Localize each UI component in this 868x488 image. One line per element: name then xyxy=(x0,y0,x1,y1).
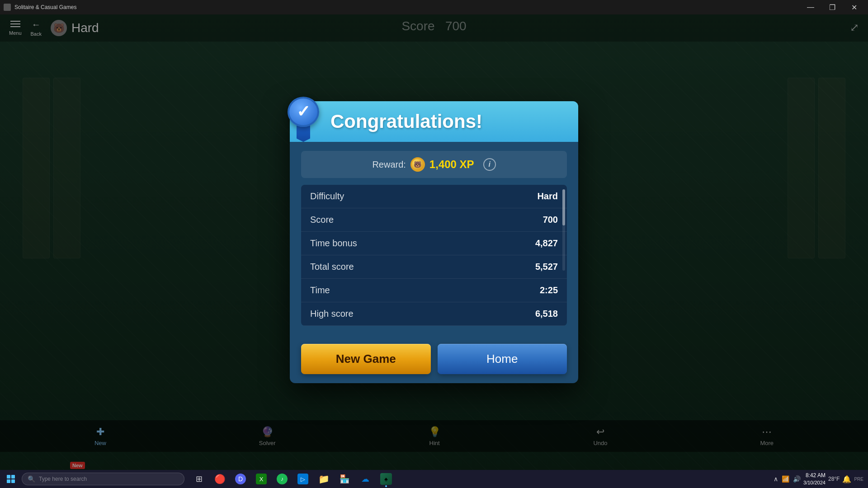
window-title: Solitaire & Casual Games xyxy=(14,4,76,10)
solitaire-icon: ♠ xyxy=(380,473,392,485)
onedrive-icon: ☁ xyxy=(360,474,371,484)
scroll-thumb xyxy=(562,189,565,225)
store-icon: ▷ xyxy=(297,474,308,484)
reward-row: Reward: 1,400 XP i xyxy=(301,151,567,178)
ms-store-icon: 🏪 xyxy=(339,474,350,484)
app-icon xyxy=(4,4,11,11)
score-stat-label: Score xyxy=(310,215,334,225)
total-score-stat-value: 5,527 xyxy=(535,262,558,272)
time-stat-value: 2:25 xyxy=(540,285,558,296)
task-view-button[interactable]: ⊞ xyxy=(189,470,209,488)
search-placeholder: Type here to search xyxy=(39,476,87,482)
stats-row-high-score: High score 6,518 xyxy=(301,302,567,326)
stats-row-difficulty: Difficulty Hard xyxy=(301,185,567,208)
minimize-button[interactable]: — xyxy=(800,0,821,14)
volume-icon[interactable]: 🔊 xyxy=(793,475,801,483)
taskbar-app-discord[interactable]: D xyxy=(231,470,250,488)
title-bar: Solitaire & Casual Games — ❐ ✕ xyxy=(0,0,868,14)
score-stat-value: 700 xyxy=(543,215,558,225)
reward-coin-icon xyxy=(410,157,425,172)
discord-icon: D xyxy=(235,474,246,484)
dialog-title: Congratulations! xyxy=(330,111,482,132)
stats-row-time: Time 2:25 xyxy=(301,279,567,302)
taskbar-system-icons: ∧ 📶 🔊 xyxy=(774,475,801,483)
xbox-icon: X xyxy=(256,474,267,484)
taskbar-app-solitaire[interactable]: ♠ xyxy=(376,470,396,488)
taskbar-app-chrome[interactable]: 🔴 xyxy=(210,470,230,488)
taskbar-apps: ⊞ 🔴 D X ♪ ▷ 📁 🏪 ☁ ♠ xyxy=(189,470,396,488)
start-button[interactable] xyxy=(0,470,22,488)
difficulty-stat-label: Difficulty xyxy=(310,191,344,202)
taskbar-app-onedrive[interactable]: ☁ xyxy=(355,470,375,488)
taskbar-app-microsoft-store[interactable]: 🏪 xyxy=(335,470,354,488)
dialog-body: Reward: 1,400 XP i Difficulty Hard Score… xyxy=(290,142,578,335)
dialog-buttons: New Game Home xyxy=(290,335,578,383)
taskbar-app-xbox[interactable]: X xyxy=(251,470,271,488)
scroll-bar[interactable] xyxy=(562,189,565,271)
preview-badge: PRE xyxy=(854,477,863,482)
stats-row-time-bonus: Time bonus 4,827 xyxy=(301,232,567,255)
reward-label: Reward: xyxy=(372,160,406,170)
taskbar-app-files[interactable]: 📁 xyxy=(314,470,334,488)
notification-icon[interactable]: 🔔 xyxy=(842,475,851,483)
badge-circle: ✓ xyxy=(288,97,319,127)
task-view-icon: ⊞ xyxy=(193,474,204,484)
time-bonus-stat-label: Time bonus xyxy=(310,238,357,249)
home-button[interactable]: Home xyxy=(438,344,567,374)
chevron-up-icon[interactable]: ∧ xyxy=(774,475,778,483)
search-bar[interactable]: 🔍 Type here to search xyxy=(22,473,184,485)
taskbar-app-store[interactable]: ▷ xyxy=(293,470,313,488)
info-button[interactable]: i xyxy=(483,158,496,171)
high-score-stat-value: 6,518 xyxy=(535,309,558,319)
clock-time: 8:42 AM xyxy=(803,472,826,479)
checkmark-icon: ✓ xyxy=(297,103,310,120)
congratulations-dialog: ✓ Congratulations! Reward: 1,400 XP i xyxy=(290,101,578,383)
close-button[interactable]: ✕ xyxy=(844,0,864,14)
stats-row-total: Total score 5,527 xyxy=(301,255,567,279)
window-controls: — ❐ ✕ xyxy=(800,0,864,14)
search-icon: 🔍 xyxy=(28,475,35,483)
network-icon[interactable]: 📶 xyxy=(782,475,789,483)
spotify-icon: ♪ xyxy=(277,474,288,484)
time-bonus-stat-value: 4,827 xyxy=(535,238,558,249)
chrome-icon: 🔴 xyxy=(214,474,225,484)
dialog-overlay: ✓ Congratulations! Reward: 1,400 XP i xyxy=(0,14,868,470)
new-game-button[interactable]: New Game xyxy=(301,344,431,374)
taskbar-right: ∧ 📶 🔊 8:42 AM 3/10/2024 28°F 🔔 PRE xyxy=(774,472,868,486)
stats-row-score: Score 700 xyxy=(301,208,567,232)
maximize-button[interactable]: ❐ xyxy=(822,0,843,14)
reward-xp: 1,400 XP xyxy=(429,158,474,171)
stats-table: Difficulty Hard Score 700 Time bonus 4,8… xyxy=(301,185,567,326)
clock-date: 3/10/2024 xyxy=(803,479,826,486)
game-background: Menu ← Back 🐻 Hard Score 700 ⤢ xyxy=(0,14,868,470)
achievement-badge: ✓ xyxy=(283,97,324,142)
dialog-header: Congratulations! xyxy=(290,101,578,142)
files-icon: 📁 xyxy=(318,474,329,484)
temperature-display: 28°F xyxy=(828,476,840,482)
badge-ribbon xyxy=(297,125,310,142)
taskbar: 🔍 Type here to search ⊞ 🔴 D X ♪ ▷ 📁 🏪 xyxy=(0,470,868,488)
windows-logo-icon xyxy=(7,475,15,483)
high-score-stat-label: High score xyxy=(310,309,354,319)
total-score-stat-label: Total score xyxy=(310,262,354,272)
difficulty-stat-value: Hard xyxy=(537,191,558,202)
title-bar-left: Solitaire & Casual Games xyxy=(4,4,76,11)
taskbar-app-spotify[interactable]: ♪ xyxy=(272,470,292,488)
time-stat-label: Time xyxy=(310,285,330,296)
system-clock[interactable]: 8:42 AM 3/10/2024 xyxy=(803,472,826,486)
